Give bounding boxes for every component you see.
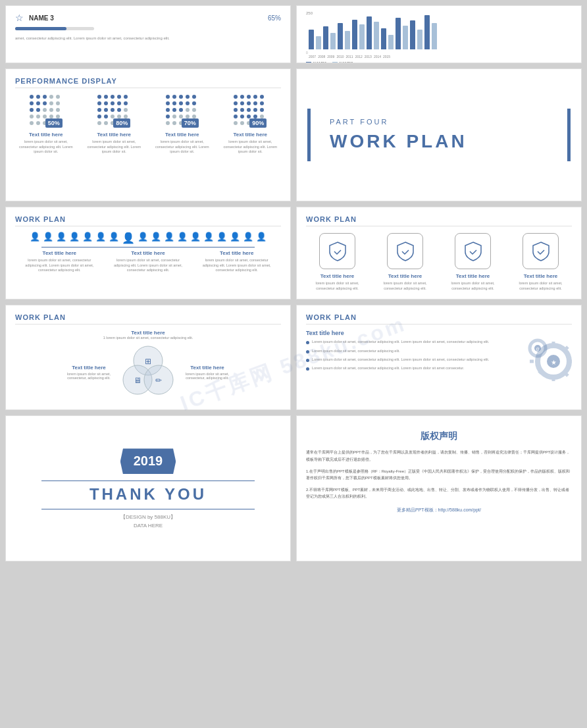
slide-workplan-flower: WORK PLAN Text title here 1 lorem ipsum … (5, 305, 291, 410)
person-1: 👤 (30, 232, 40, 244)
person-6: 👤 (95, 232, 106, 244)
year-2012: 2012 (355, 55, 363, 59)
chart-max: 250 (306, 11, 572, 15)
flower-right-col: Text title here lorem ipsum dolor sit am… (184, 365, 230, 380)
bullet-dot-1 (306, 341, 309, 344)
year-2008: 2008 (318, 55, 325, 59)
people-labels: Text title here lorem ipsum dolor sit am… (15, 250, 281, 273)
star-icon: ☆ (15, 13, 24, 23)
shield-svg-3 (464, 241, 482, 262)
flower-svg: ⊞ 🖥 ✏ (118, 342, 178, 402)
flower-right-desc: lorem ipsum dolor sit amet, consectetur,… (184, 372, 230, 380)
bullet-item-2: Lorem ipsum dolor sit amet, consectetur … (306, 348, 511, 353)
bar-16 (417, 30, 422, 49)
person-highlight: 👤 (122, 232, 135, 244)
year-2013: 2013 (365, 55, 372, 59)
perf-item-3: 70% Text title here lorem ipsum dolor si… (153, 95, 211, 155)
people-col-2: Text title here lorem ipsum dolor sit am… (108, 250, 188, 273)
perf-pct-1: 50% (45, 118, 63, 128)
bar-6 (345, 31, 350, 49)
svg-text:★: ★ (551, 359, 557, 366)
bullet-dot-2 (306, 350, 309, 353)
people-icons-row: 👤 👤 👤 👤 👤 👤 👤 👤 👤 👤 👤 👤 👤 👤 👤 👤 👤 👤 (15, 232, 281, 244)
person-3: 👤 (56, 232, 66, 244)
workplan-people-title: WORK PLAN (15, 215, 281, 226)
shield-item-2: Text title here lorem ipsum dolor sit am… (376, 233, 434, 291)
progress-pct: 65% (268, 14, 281, 22)
shield-svg-1 (328, 241, 347, 262)
perf-title: PERFORMANCE DISPLAY (15, 77, 281, 88)
bar-17 (424, 15, 430, 49)
bar-18 (432, 23, 437, 49)
bar-12 (388, 35, 394, 49)
thank-you-line-top (41, 481, 254, 481)
svg-text:🖥: 🖥 (134, 376, 141, 385)
person-9: 👤 (138, 232, 148, 244)
shield-svg-4 (532, 241, 550, 262)
svg-text:⊞: ⊞ (145, 357, 151, 366)
people-col-title-2: Text title here (131, 250, 165, 256)
bar-2 (316, 36, 321, 49)
legend-label-1: NAME1 (313, 61, 327, 63)
accent-left (307, 109, 311, 161)
person-16: 👤 (230, 232, 240, 244)
perf-item-desc-4: lorem ipsum dolor sit amet, consectetur … (221, 140, 280, 155)
bar-4 (330, 33, 336, 49)
legend-label-2: NAME2 (340, 61, 353, 63)
bullet-main-title: Text title here (306, 330, 511, 336)
slide-workplan-bullets: WORK PLAN Text title here Lorem ipsum do… (296, 305, 582, 410)
flower-left-desc: lorem ipsum dolor sit amet, consectetur,… (66, 372, 112, 380)
lorem-text: amet, consectetur adipiscing elit. Lorem… (15, 36, 281, 41)
people-col-desc-3: lorem ipsum dolor sit amet, consectetur … (197, 258, 276, 273)
year-2014: 2014 (374, 55, 381, 59)
slide-chart: 250 (296, 5, 582, 63)
bar-10 (374, 22, 379, 49)
perf-item-title-2: Text title here (97, 132, 131, 138)
shield-svg-2 (396, 241, 415, 262)
perf-icon-box-3: 70% (166, 95, 199, 128)
year-badge: 2019 (120, 448, 176, 474)
perf-item-title-3: Text title here (165, 132, 199, 138)
people-divider-line (41, 247, 254, 247)
shield-hex-1 (319, 233, 355, 269)
copyright-text-2: 2.不得将千库网PPT模板、PPT素材，未来用于商业活动、或此地地、出售、转让、… (306, 486, 572, 500)
shield-item-4: Text title here lorem ipsum dolor sit am… (511, 233, 570, 291)
gear-svg: ★ ⚙ (519, 330, 572, 382)
shield-hex-3 (455, 233, 491, 269)
perf-item-2: 80% Text title here lorem ipsum dolor si… (85, 95, 143, 155)
progress-bar-fill (15, 27, 66, 30)
flower-top-desc: 1 lorem ipsum dolor sit amet, consectetu… (103, 336, 193, 340)
flower-top-title: Text title here (103, 330, 193, 336)
flower-left-col: Text title here lorem ipsum dolor sit am… (66, 365, 112, 380)
flower-right-title: Text title here (190, 365, 224, 371)
perf-icon-box-1: 50% (30, 95, 63, 128)
bullet-text-3: Lorem ipsum dolor sit amet, consectetur … (312, 357, 489, 362)
person-2: 👤 (43, 232, 53, 244)
copyright-title: 版权声明 (306, 430, 572, 442)
thank-you-title: THANK YOU (89, 485, 207, 504)
bar-14 (403, 26, 408, 49)
perf-item-desc-3: lorem ipsum dolor sit amet, consectetur … (153, 140, 211, 155)
person-7: 👤 (109, 232, 119, 244)
year-2011: 2011 (346, 55, 353, 59)
flower-diagram: ⊞ 🖥 ✏ (118, 342, 178, 402)
year-2010: 2010 (336, 55, 344, 59)
perf-pct-4: 90% (249, 118, 267, 128)
perf-item-title-1: Text title here (29, 132, 63, 138)
bar-3 (323, 26, 328, 49)
thank-you-line-bottom (41, 509, 254, 509)
perf-item-title-4: Text title here (234, 132, 267, 138)
shield-item-1: Text title here lorem ipsum dolor sit am… (308, 233, 367, 291)
perf-pct-2: 80% (113, 118, 130, 128)
slide-workplan-title: PART FOUR WORK PLAN (296, 68, 582, 201)
chart-bars (306, 16, 572, 49)
bullet-dot-3 (306, 359, 309, 362)
bar-1 (309, 30, 314, 49)
shield-desc-3: lorem ipsum dolor sit amet, consectetur … (444, 281, 502, 291)
perf-pct-3: 70% (182, 118, 199, 128)
svg-text:⚙: ⚙ (536, 347, 540, 351)
legend-name1: NAME1 (306, 61, 327, 63)
year-2015: 2015 (383, 55, 390, 59)
bullet-item-3: Lorem ipsum dolor sit amet, consectetur … (306, 357, 511, 362)
bullet-item-1: Lorem ipsum dolor sit amet, consectetur … (306, 339, 511, 344)
